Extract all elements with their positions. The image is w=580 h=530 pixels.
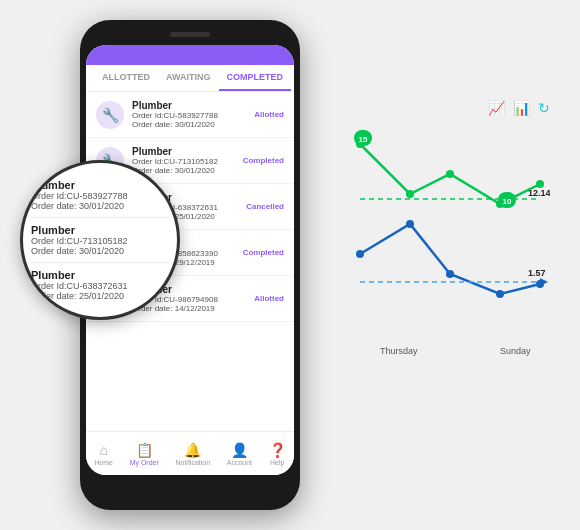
tab-allotted[interactable]: ALLOTTED xyxy=(94,65,158,91)
svg-text:15: 15 xyxy=(359,135,368,144)
svg-text:Thursday: Thursday xyxy=(380,346,418,356)
svg-text:Sunday: Sunday xyxy=(500,346,531,356)
chart-svg-wrap: 15 12.14 10 1.57 Thursday Sunday xyxy=(350,124,550,378)
nav-icon: ⌂ xyxy=(99,442,107,458)
order-id: Order Id:CU-583927788 xyxy=(132,111,254,120)
app-header xyxy=(86,45,294,65)
order-title: Plumber xyxy=(132,146,243,157)
svg-point-15 xyxy=(496,290,504,298)
svg-point-12 xyxy=(356,250,364,258)
tab-awaiting[interactable]: AWAITING xyxy=(158,65,219,91)
order-info: Plumber Order Id:CU-583927788 Order date… xyxy=(132,100,254,129)
svg-point-2 xyxy=(406,190,414,198)
nav-label: Notification xyxy=(175,459,210,466)
svg-marker-17 xyxy=(540,278,548,286)
line-chart-icon[interactable]: 📈 xyxy=(488,100,505,116)
nav-item-home[interactable]: ⌂ Home xyxy=(94,442,113,466)
order-title: Plumber xyxy=(132,100,254,111)
nav-icon: 📋 xyxy=(136,442,153,458)
bottom-nav: ⌂ Home 📋 My Order 🔔 Notification 👤 Accou… xyxy=(86,431,294,475)
chart-svg: 15 12.14 10 1.57 Thursday Sunday xyxy=(350,124,550,374)
nav-icon: 🔔 xyxy=(184,442,201,458)
svg-point-14 xyxy=(446,270,454,278)
svg-point-13 xyxy=(406,220,414,228)
order-date: Order date: 30/01/2020 xyxy=(132,120,254,129)
magnify-order-item: Plumber Order Id:CU-713105182 Order date… xyxy=(31,218,169,263)
bar-chart-icon[interactable]: 📊 xyxy=(513,100,530,116)
nav-icon: ❓ xyxy=(269,442,286,458)
tab-completed[interactable]: COMPLETED xyxy=(219,65,292,91)
magnify-order-title: Plumber xyxy=(31,269,169,281)
nav-item-account[interactable]: 👤 Account xyxy=(227,442,252,466)
nav-label: Help xyxy=(270,459,284,466)
nav-item-notification[interactable]: 🔔 Notification xyxy=(175,442,210,466)
magnify-inner: Plumber Order Id:CU-583927788 Order date… xyxy=(23,163,177,317)
nav-icon: 👤 xyxy=(231,442,248,458)
order-status: Allotted xyxy=(254,294,284,303)
magnify-order-title: Plumber xyxy=(31,179,169,191)
refresh-icon[interactable]: ↻ xyxy=(538,100,550,116)
tabs-bar: ALLOTTED AWAITING COMPLETED xyxy=(86,65,294,92)
magnify-order-id: Order Id:CU-583927788 xyxy=(31,191,169,201)
magnify-order-date: Order date: 30/01/2020 xyxy=(31,201,169,211)
svg-point-3 xyxy=(446,170,454,178)
order-status: Completed xyxy=(243,248,284,257)
svg-point-5 xyxy=(536,180,544,188)
magnify-order-date: Order date: 25/01/2020 xyxy=(31,291,169,301)
order-status: Completed xyxy=(243,156,284,165)
nav-label: Account xyxy=(227,459,252,466)
nav-label: My Order xyxy=(130,459,159,466)
magnify-order-id: Order Id:CU-713105182 xyxy=(31,236,169,246)
order-item[interactable]: 🔧 Plumber Order Id:CU-583927788 Order da… xyxy=(86,92,294,138)
svg-text:12.14: 12.14 xyxy=(528,188,550,198)
magnify-order-item: Plumber Order Id:CU-583927788 Order date… xyxy=(31,173,169,218)
order-status: Allotted xyxy=(254,110,284,119)
nav-item-my-order[interactable]: 📋 My Order xyxy=(130,442,159,466)
magnify-order-item: Plumber Order Id:CU-638372631 Order date… xyxy=(31,263,169,307)
svg-text:10: 10 xyxy=(503,197,512,206)
phone-speaker xyxy=(170,32,210,37)
order-status: Cancelled xyxy=(246,202,284,211)
magnify-order-title: Plumber xyxy=(31,224,169,236)
nav-item-help[interactable]: ❓ Help xyxy=(269,442,286,466)
nav-label: Home xyxy=(94,459,113,466)
svg-text:1.57: 1.57 xyxy=(528,268,546,278)
magnify-circle: Plumber Order Id:CU-583927788 Order date… xyxy=(20,160,180,320)
magnify-order-id: Order Id:CU-638372631 xyxy=(31,281,169,291)
chart-area: 📈 📊 ↻ 15 12.14 10 xyxy=(350,100,550,400)
chart-icons: 📈 📊 ↻ xyxy=(350,100,550,116)
magnify-order-date: Order date: 30/01/2020 xyxy=(31,246,169,256)
order-avatar: 🔧 xyxy=(96,101,124,129)
